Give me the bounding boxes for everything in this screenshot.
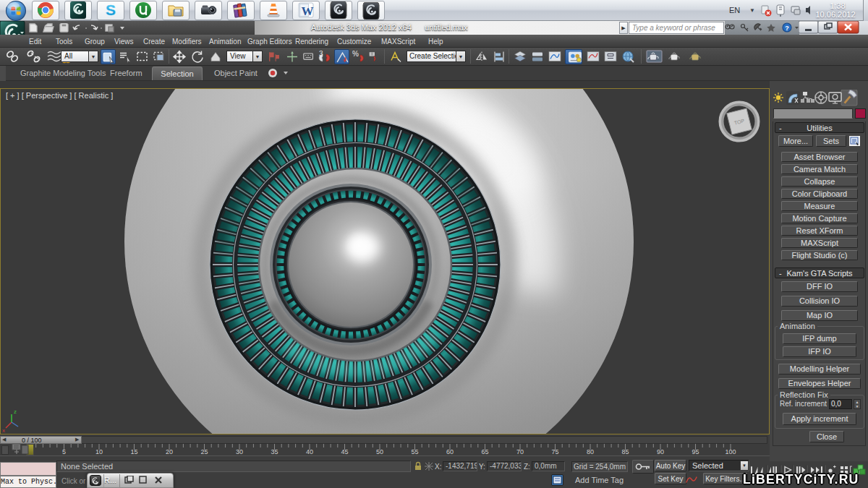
svg-text:5: 5: [62, 448, 66, 455]
svg-text:25: 25: [200, 448, 208, 455]
svg-text:z: z: [14, 408, 17, 415]
svg-text:S: S: [106, 1, 116, 18]
svg-text:100: 100: [725, 448, 736, 455]
svg-text:[ + ] [ Perspective ] [ Realis: [ + ] [ Perspective ] [ Realistic ]: [6, 91, 113, 100]
svg-text:35: 35: [271, 448, 278, 455]
svg-text:40: 40: [306, 448, 313, 455]
svg-text:30: 30: [236, 448, 243, 455]
svg-text:55: 55: [411, 448, 418, 455]
svg-text:95: 95: [692, 448, 699, 455]
svg-text:80: 80: [587, 448, 594, 455]
svg-text:10: 10: [95, 448, 103, 455]
svg-text:W: W: [302, 4, 314, 18]
svg-text:60: 60: [446, 448, 454, 455]
svg-text:50: 50: [376, 448, 383, 455]
svg-text:90: 90: [657, 448, 664, 455]
svg-text:?: ?: [785, 25, 789, 32]
svg-text:70: 70: [516, 448, 524, 455]
svg-text:x: x: [2, 427, 5, 434]
svg-text:45: 45: [341, 448, 348, 455]
svg-text:65: 65: [481, 448, 488, 455]
svg-text:75: 75: [551, 448, 558, 455]
svg-text:15: 15: [130, 448, 137, 455]
svg-text:20: 20: [166, 448, 173, 455]
svg-text:85: 85: [621, 448, 629, 455]
